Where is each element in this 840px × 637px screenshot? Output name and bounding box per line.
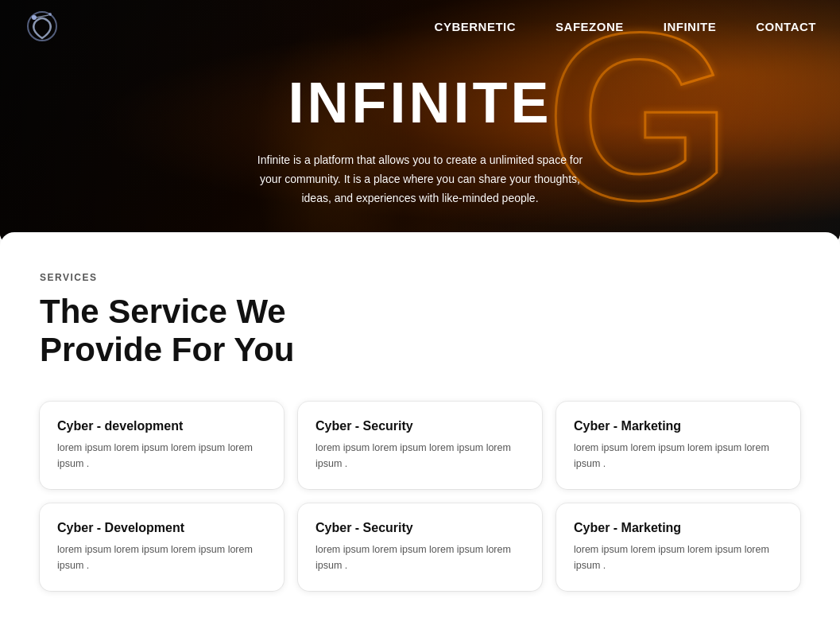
service-card-1[interactable]: Cyber - Security lorem ipsum lorem ipsum… <box>298 402 542 489</box>
service-card-5[interactable]: Cyber - Marketing lorem ipsum lorem ipsu… <box>556 503 800 591</box>
hero-title: INFINITE <box>288 70 552 135</box>
svg-point-2 <box>32 15 37 20</box>
nav-link-safezone[interactable]: SAFEZONE <box>555 20 624 33</box>
services-section: SERVICES The Service We Provide For You … <box>0 232 840 637</box>
service-card-desc-3: lorem ipsum lorem ipsum lorem ipsum lore… <box>57 542 266 573</box>
hero-section: G CYBERNETIC SAFEZONE INFINITE CONTACT I… <box>0 0 840 247</box>
service-card-title-5: Cyber - Marketing <box>574 521 783 535</box>
service-card-3[interactable]: Cyber - Development lorem ipsum lorem ip… <box>40 503 284 591</box>
service-card-title-4: Cyber - Security <box>315 521 525 535</box>
nav-link-infinite[interactable]: INFINITE <box>664 20 717 33</box>
nav-link-contact[interactable]: CONTACT <box>756 20 816 33</box>
service-card-desc-1: lorem ipsum lorem ipsum lorem ipsum lore… <box>315 440 525 472</box>
service-card-title-2: Cyber - Marketing <box>574 419 783 433</box>
service-card-desc-0: lorem ipsum lorem ipsum lorem ipsum lore… <box>57 440 266 472</box>
svg-point-3 <box>48 13 52 16</box>
services-grid: Cyber - development lorem ipsum lorem ip… <box>40 402 800 591</box>
service-card-title-3: Cyber - Development <box>57 521 266 535</box>
logo-icon <box>24 8 60 45</box>
nav-link-cybernetic[interactable]: CYBERNETIC <box>435 20 517 33</box>
service-card-desc-5: lorem ipsum lorem ipsum lorem ipsum lore… <box>574 542 783 573</box>
service-card-2[interactable]: Cyber - Marketing lorem ipsum lorem ipsu… <box>556 402 800 489</box>
service-card-4[interactable]: Cyber - Security lorem ipsum lorem ipsum… <box>298 503 542 591</box>
service-card-desc-2: lorem ipsum lorem ipsum lorem ipsum lore… <box>574 440 783 472</box>
service-card-0[interactable]: Cyber - development lorem ipsum lorem ip… <box>40 402 284 489</box>
svg-line-4 <box>37 15 48 17</box>
service-card-desc-4: lorem ipsum lorem ipsum lorem ipsum lore… <box>315 542 525 573</box>
logo[interactable] <box>24 8 60 45</box>
services-label: SERVICES <box>40 272 800 283</box>
hero-description: Infinite is a platform that allows you t… <box>246 151 595 208</box>
nav-links: CYBERNETIC SAFEZONE INFINITE CONTACT <box>435 20 816 33</box>
service-card-title-1: Cyber - Security <box>315 419 525 433</box>
service-card-title-0: Cyber - development <box>57 419 266 433</box>
services-heading: The Service We Provide For You <box>40 293 342 370</box>
navbar: CYBERNETIC SAFEZONE INFINITE CONTACT <box>0 0 840 52</box>
